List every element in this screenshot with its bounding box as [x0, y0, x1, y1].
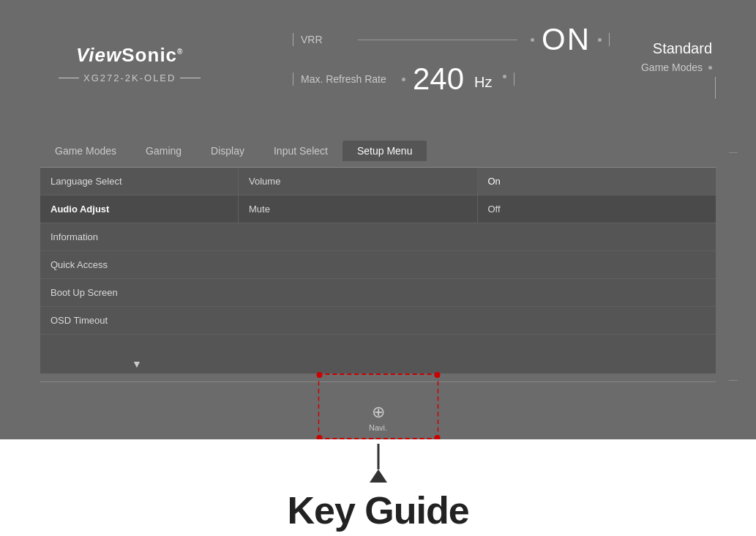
vrr-dot-right	[598, 38, 602, 42]
menu-cell-boot-up: Boot Up Screen	[40, 279, 238, 306]
nav-tabs: Game Modes Gaming Display Input Select S…	[40, 141, 716, 161]
monitor-screen: ViewSonic® XG272-2K-OLED VRR ON Max. Ref…	[0, 0, 756, 439]
vrr-value: ON	[542, 22, 591, 57]
refresh-dot-left	[402, 78, 405, 81]
menu-row-boot-up: Boot Up Screen	[40, 279, 716, 307]
menu-row-language: Language Select Volume On	[40, 168, 716, 196]
corner-tl	[316, 372, 322, 378]
refresh-divider-right	[514, 72, 514, 86]
menu-cell-on: On	[477, 168, 716, 195]
menu-cell-language: Language Select	[40, 168, 238, 195]
arrow-stem	[377, 444, 379, 469]
vrr-divider-right	[609, 33, 610, 46]
refresh-hz: Hz	[474, 74, 492, 91]
refresh-dot-right	[503, 75, 506, 78]
refresh-divider-left	[293, 72, 293, 86]
tab-gaming[interactable]: Gaming	[131, 141, 196, 161]
game-modes-label: Game Modes	[641, 62, 703, 73]
scroll-arrow: ▼	[132, 358, 142, 370]
menu-cell-osd-timeout: OSD Timeout	[40, 307, 238, 334]
game-modes-area: Standard Game Modes	[641, 40, 712, 73]
right-divider	[715, 77, 716, 99]
key-guide-title: Key Guide	[287, 488, 468, 532]
right-edge-divider-bottom	[729, 380, 738, 381]
menu-row-osd-timeout: OSD Timeout	[40, 307, 716, 335]
right-edge-divider-top	[729, 152, 738, 153]
logo-area: ViewSonic® XG272-2K-OLED	[59, 44, 201, 83]
refresh-value: 240	[413, 62, 464, 97]
menu-row-information: Information	[40, 223, 716, 251]
menu-panel: Language Select Volume On Audio Adjust M…	[40, 167, 716, 373]
vrr-area: VRR ON Max. Refresh Rate 240 Hz	[293, 22, 610, 97]
tab-setup-menu[interactable]: Setup Menu	[343, 141, 427, 161]
model-name: XG272-2K-OLED	[59, 72, 201, 83]
vrr-label: VRR	[301, 34, 345, 45]
menu-cell-information: Information	[40, 223, 238, 250]
brand-logo: ViewSonic®	[59, 44, 201, 67]
tab-game-modes[interactable]: Game Modes	[40, 141, 131, 161]
refresh-label: Max. Refresh Rate	[301, 73, 389, 85]
corner-tr	[434, 372, 440, 378]
menu-cell-mute: Mute	[238, 196, 477, 223]
menu-cell-off: Off	[477, 196, 716, 223]
menu-row-audio: Audio Adjust Mute Off	[40, 196, 716, 223]
bottom-area: Key Guide	[0, 439, 756, 536]
tab-display[interactable]: Display	[196, 141, 259, 161]
menu-row-quick-access: Quick Access	[40, 251, 716, 279]
menu-cell-audio: Audio Adjust	[40, 196, 238, 223]
arrow-up-icon	[370, 469, 387, 483]
vrr-divider-left	[293, 33, 293, 46]
tab-input-select[interactable]: Input Select	[259, 141, 343, 161]
game-modes-row: Game Modes	[641, 62, 712, 73]
menu-cell-quick-access: Quick Access	[40, 251, 238, 278]
menu-cell-volume: Volume	[238, 168, 477, 195]
navi-selection-box	[318, 373, 438, 439]
standard-label: Standard	[641, 40, 712, 57]
vrr-line	[358, 40, 517, 40]
game-modes-dot	[708, 66, 712, 70]
vrr-dot-left	[531, 38, 534, 42]
